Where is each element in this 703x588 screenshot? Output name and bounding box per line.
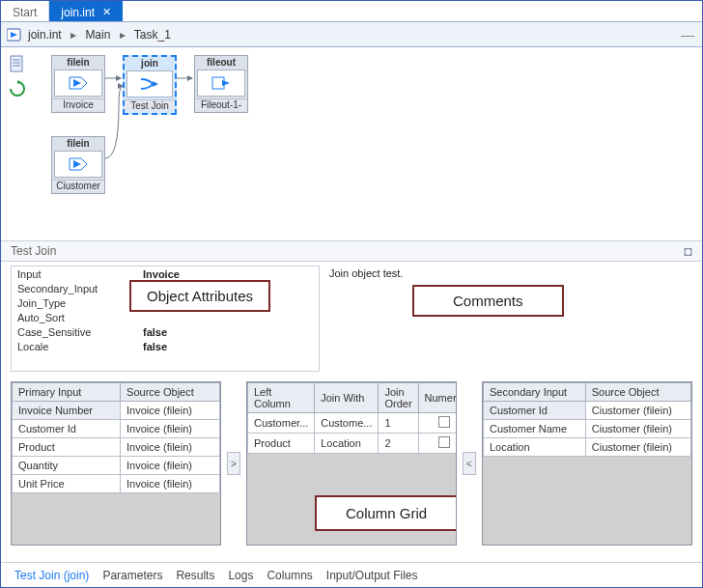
node-label: Ciustomer: [52, 180, 104, 191]
attr-val: [137, 310, 319, 324]
attr-key: Join_Type: [12, 295, 137, 310]
tab-label: join.int: [61, 6, 95, 19]
pin-icon[interactable]: ◘: [685, 243, 692, 259]
col-header[interactable]: Secondary Input: [484, 383, 586, 402]
callout-column-grid: Column Grid: [315, 495, 457, 531]
left-gutter: [1, 47, 34, 240]
attr-val: [137, 281, 319, 295]
arrow-right-icon: [54, 70, 102, 97]
table-row: Customer... Custome... 1: [248, 413, 458, 434]
svg-marker-13: [222, 80, 230, 86]
col-header[interactable]: Left Column: [248, 383, 315, 413]
window-dash-icon[interactable]: —: [681, 27, 696, 42]
crumb-task[interactable]: Task_1: [134, 28, 171, 42]
attr-val: [137, 295, 319, 310]
arrow-right-icon: [54, 151, 102, 178]
refresh-icon[interactable]: [9, 80, 26, 98]
attr-val: false: [137, 324, 319, 339]
comments-panel[interactable]: Join object test. Comments: [325, 266, 692, 372]
secondary-input-grid[interactable]: Secondary Input Source Object Customer I…: [482, 381, 692, 546]
merge-icon: [127, 70, 173, 98]
object-attributes-panel[interactable]: InputInvoice Secondary_Input Join_Type A…: [11, 266, 320, 372]
file-tabstrip: Start join.int ✕: [1, 1, 702, 22]
attributes-table: InputInvoice Secondary_Input Join_Type A…: [12, 266, 319, 353]
callout-comments: Comments: [412, 285, 564, 317]
bottom-tabstrip: Test Join (join) Parameters Results Logs…: [1, 562, 702, 587]
col-header[interactable]: Join With: [315, 383, 379, 413]
tab-label: Start: [13, 6, 37, 19]
bottom-tab-columns[interactable]: Columns: [267, 569, 312, 582]
node-filein-customer[interactable]: filein Ciustomer: [51, 136, 105, 194]
primary-input-grid[interactable]: Primary Input Source Object Invoice Numb…: [11, 381, 221, 546]
col-header[interactable]: Numeric: [418, 383, 457, 413]
attr-key: Locale: [12, 339, 137, 353]
close-icon[interactable]: ✕: [102, 6, 111, 18]
table-row: Unit PriceInvoice (filein): [13, 475, 220, 493]
bottom-tab-logs[interactable]: Logs: [228, 569, 253, 582]
comments-text: Join object test.: [329, 267, 403, 279]
panel-title: Test Join: [11, 244, 56, 258]
checkbox[interactable]: [438, 416, 450, 428]
attr-key: Auto_Sort: [12, 310, 137, 324]
node-type: fileout: [195, 56, 247, 68]
bottom-tab-io[interactable]: Input/Output Files: [326, 569, 418, 582]
breadcrumb[interactable]: join.int ▸ Main ▸ Task_1: [28, 28, 171, 42]
move-right-button[interactable]: >: [227, 452, 240, 475]
attributes-row: InputInvoice Secondary_Input Join_Type A…: [1, 262, 702, 376]
svg-marker-11: [153, 81, 158, 87]
checkbox[interactable]: [438, 436, 450, 448]
run-icon[interactable]: [7, 27, 22, 42]
node-fileout[interactable]: fileout Fileout-1-: [194, 55, 248, 113]
tab-start[interactable]: Start: [1, 1, 49, 21]
node-join[interactable]: join Test Join: [123, 55, 177, 115]
table-row: Customer IdCiustomer (filein): [484, 402, 691, 420]
attr-val: Invoice: [137, 266, 319, 281]
crumb-root[interactable]: join.int: [28, 28, 62, 42]
attr-key: Input: [12, 266, 137, 281]
table-row: Customer NameCiustomer (filein): [484, 420, 691, 438]
col-header[interactable]: Primary Input: [13, 383, 121, 402]
diagram-canvas[interactable]: filein Invoice join Test Join fileout Fi…: [34, 47, 702, 240]
attr-val: false: [137, 339, 319, 353]
node-label: Invoice: [52, 98, 104, 110]
bottom-tab-parameters[interactable]: Parameters: [102, 569, 162, 582]
table-row: Invoice NumberInvoice (filein): [13, 402, 220, 420]
node-type: join: [125, 57, 175, 69]
col-header[interactable]: Join Order: [379, 383, 418, 413]
tab-joinint[interactable]: join.int ✕: [49, 1, 123, 21]
work-row: filein Invoice join Test Join fileout Fi…: [1, 47, 702, 240]
breadcrumb-toolbar: join.int ▸ Main ▸ Task_1 —: [1, 22, 702, 47]
node-label: Fileout-1-: [195, 98, 247, 110]
page-arrow-icon: [197, 70, 245, 97]
panel-title-bar: Test Join ◘: [1, 240, 702, 262]
attr-key: Case_Sensitive: [12, 324, 137, 339]
node-label: Test Join: [125, 99, 175, 111]
node-type: filein: [52, 137, 104, 149]
col-header[interactable]: Source Object: [121, 383, 220, 402]
move-left-button[interactable]: <: [463, 452, 476, 475]
node-filein-invoice[interactable]: filein Invoice: [51, 55, 105, 113]
table-row: Customer IdInvoice (filein): [13, 420, 220, 438]
table-row: QuantityInvoice (filein): [13, 457, 220, 475]
table-row: Product Location 2: [248, 434, 458, 454]
table-row: ProductInvoice (filein): [13, 438, 220, 457]
crumb-main[interactable]: Main: [85, 28, 110, 42]
join-grid[interactable]: Left Column Join With Join Order Numeric…: [246, 381, 457, 546]
grids-row: Primary Input Source Object Invoice Numb…: [1, 376, 702, 546]
chevron-right-icon: ▸: [114, 28, 131, 42]
table-row: LocationCiustomer (filein): [484, 438, 691, 457]
attr-key: Secondary_Input: [12, 281, 137, 295]
bottom-tab-results[interactable]: Results: [176, 569, 214, 582]
col-header[interactable]: Source Object: [585, 383, 690, 402]
svg-rect-2: [11, 56, 22, 71]
chevron-right-icon: ▸: [65, 28, 82, 42]
node-type: filein: [52, 56, 104, 68]
page-icon[interactable]: [9, 55, 26, 72]
bottom-tab-testjoin[interactable]: Test Join (join): [14, 569, 89, 582]
